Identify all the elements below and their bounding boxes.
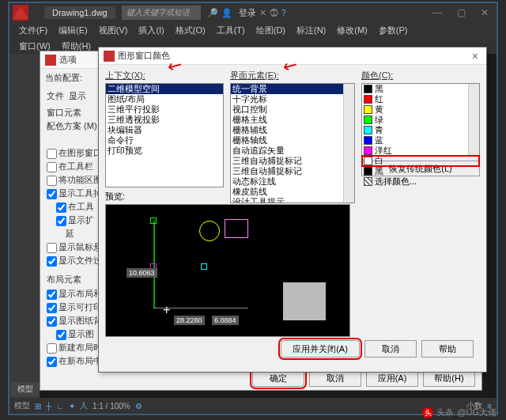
app-icon [104, 51, 115, 62]
coord-b: 28.2280 [174, 316, 205, 325]
ortho-icon[interactable]: ∟ [56, 402, 64, 411]
menu-dimension[interactable]: 标注(N) [292, 23, 330, 38]
color-dropdown[interactable]: 黑 红 黄 绿 青 蓝 洋红 白 黑 选择颜色... [361, 83, 480, 156]
close-icon[interactable]: × [469, 50, 481, 62]
menu-edit[interactable]: 编辑(E) [54, 23, 93, 38]
minimize-button[interactable]: — [425, 5, 449, 21]
logo-icon: 头 [422, 407, 433, 418]
color-item-selected[interactable]: 白 [362, 156, 479, 166]
app-icon [13, 5, 28, 21]
context-listbox[interactable]: 二维模型空间 图纸/布局 三维平行投影 三维透视投影 块编辑器 命令行 打印预览 [105, 83, 224, 187]
crosshair-icon: + [163, 303, 170, 317]
element-label: 界面元素(E): [230, 70, 355, 81]
color-item[interactable]: 红 [362, 94, 479, 104]
list-item[interactable]: 三维平行投影 [106, 104, 223, 115]
user-icon[interactable]: 👤 [221, 8, 232, 18]
search-input[interactable]: 键入关键字或短语 [122, 6, 201, 20]
list-item[interactable]: 统一背景 [231, 84, 354, 94]
list-item[interactable]: 设计工具提示 [231, 197, 354, 203]
list-item[interactable]: 打印预览 [106, 146, 223, 156]
list-item[interactable]: 二维模型空间 [106, 84, 223, 94]
coord-a: 10.6063 [126, 268, 157, 278]
list-item[interactable]: 三维自动捕捉标记 [231, 156, 354, 166]
help-icon[interactable]: ? [281, 8, 286, 17]
cloud-icon[interactable]: ⓵ [270, 8, 278, 17]
polar-icon[interactable]: ✦ [69, 402, 75, 411]
list-item[interactable]: 图纸/布局 [106, 94, 223, 104]
tab-display[interactable]: 显示 [69, 90, 86, 102]
color-item[interactable]: 黄 [362, 104, 479, 115]
color-item[interactable]: 蓝 [362, 135, 479, 146]
color-item[interactable]: 青 [362, 125, 479, 135]
list-item[interactable]: 栅格辅线 [231, 125, 354, 135]
list-item[interactable]: 十字光标 [231, 94, 354, 104]
title-bar: Drawing1.dwg 键入关键字或短语 🔎 👤 登录 ✕ ⓵ ? — ▢ ✕ [9, 3, 497, 22]
document-tab[interactable]: Drawing1.dwg [44, 6, 115, 19]
cancel-button[interactable]: 取消 [364, 340, 417, 358]
scale-label[interactable]: 1:1 / 100% [93, 402, 130, 411]
preview-label: 预览: [105, 191, 224, 202]
gear-icon[interactable]: ⚙ [135, 402, 142, 411]
list-item[interactable]: 自动追踪矢量 [231, 146, 354, 156]
grid-icon[interactable]: ⊞ [35, 402, 41, 411]
close-button[interactable]: ✕ [473, 5, 497, 21]
model-tab[interactable]: 模型 [11, 382, 40, 396]
list-item[interactable]: 栅格轴线 [231, 135, 354, 146]
color-label: 颜色(C): [361, 70, 480, 81]
tab-file[interactable]: 文件 [47, 90, 64, 102]
options-title: 选项 [59, 54, 77, 66]
list-item[interactable]: 块编辑器 [106, 125, 223, 135]
menu-parameters[interactable]: 参数(P) [374, 23, 413, 38]
menu-tools[interactable]: 工具(T) [212, 23, 250, 38]
iso-icon[interactable]: 人 [80, 400, 88, 411]
coord-c: 6.0884 [212, 316, 239, 325]
app-icon [45, 55, 56, 66]
list-item[interactable]: 动态标注线 [231, 176, 354, 187]
element-listbox[interactable]: 统一背景 十字光标 视口控制 栅格主线 栅格辅线 栅格轴线 自动追踪矢量 三维自… [230, 83, 355, 203]
list-item[interactable]: 命令行 [106, 135, 223, 146]
cube-icon [283, 282, 326, 320]
list-item[interactable]: 视口控制 [231, 104, 354, 115]
menu-draw[interactable]: 绘图(D) [251, 23, 290, 38]
context-label: 上下文(X): [105, 70, 224, 81]
color-item[interactable]: 绿 [362, 115, 479, 125]
exchange-icon[interactable]: ✕ [259, 8, 266, 18]
cone-icon [225, 219, 248, 238]
maximize-button[interactable]: ▢ [449, 5, 473, 21]
colors-dialog: 图形窗口颜色 × ↘ ↘ 上下文(X): 二维模型空间 图纸/布局 三维平行投影… [98, 47, 487, 373]
menu-modify[interactable]: 修改(M) [332, 23, 372, 38]
color-item[interactable]: 黑 [362, 84, 479, 94]
model-label[interactable]: 模型 [14, 400, 30, 411]
watermark: 头 头条 @UG大佬 [422, 407, 497, 418]
scrollbar[interactable] [343, 84, 354, 202]
apply-close-button[interactable]: 应用并关闭(A) [281, 340, 360, 358]
menu-format[interactable]: 格式(O) [171, 23, 210, 38]
list-item[interactable]: 橡皮筋线 [231, 187, 354, 197]
snap-icon[interactable]: ┼ [46, 402, 51, 411]
color-item[interactable]: 黑 [362, 166, 479, 176]
colors-titlebar: 图形窗口颜色 × [99, 47, 486, 65]
globe-icon [199, 221, 220, 241]
colors-title: 图形窗口颜色 [118, 50, 170, 62]
menu-file[interactable]: 文件(F) [14, 23, 52, 38]
login-link[interactable]: 登录 [239, 7, 256, 19]
menu-bar: 文件(F) 编辑(E) 视图(V) 插入(I) 格式(O) 工具(T) 绘图(D… [9, 22, 497, 38]
menu-view[interactable]: 视图(V) [94, 23, 133, 38]
preview-viewport: + 10.6063 28.2280 6.0884 [105, 204, 350, 337]
list-item[interactable]: 栅格主线 [231, 115, 354, 125]
help-button[interactable]: 帮助 [421, 340, 474, 358]
side-panel [9, 54, 40, 398]
menu-insert[interactable]: 插入(I) [134, 23, 168, 38]
color-item[interactable]: 选择颜色... [362, 176, 479, 187]
list-item[interactable]: 三维自动捕捉标记 [231, 166, 354, 176]
search-icon[interactable]: 🔎 [207, 8, 218, 18]
list-item[interactable]: 三维透视投影 [106, 115, 223, 125]
scrollbar[interactable] [468, 84, 479, 155]
color-item[interactable]: 洋红 [362, 146, 479, 156]
